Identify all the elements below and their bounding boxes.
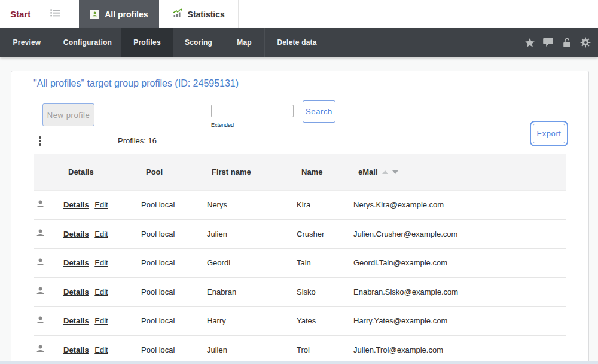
- name-cell: Kira: [294, 200, 350, 209]
- edit-link[interactable]: Edit: [94, 258, 108, 267]
- name-cell: Crusher: [294, 230, 350, 238]
- nav-spacer: [329, 28, 524, 57]
- first-name-cell: Enabran: [204, 287, 294, 296]
- edit-link[interactable]: Edit: [94, 230, 108, 238]
- first-name-cell: Julien: [204, 230, 294, 238]
- email-cell: Julien.Crusher@example.com: [350, 230, 566, 238]
- details-link[interactable]: Details: [63, 316, 89, 325]
- nav-label: Scoring: [185, 38, 212, 47]
- table-row: Details Edit Pool local Nerys Kira Nerys…: [34, 191, 566, 220]
- details-link[interactable]: Details: [63, 287, 89, 296]
- nav-item-preview[interactable]: Preview: [0, 28, 54, 57]
- nav-item-profiles[interactable]: Profiles: [121, 28, 173, 57]
- first-name-cell: Nerys: [204, 200, 294, 209]
- row-avatar-cell: [34, 286, 60, 297]
- nav-label: Configuration: [63, 38, 112, 47]
- export-button[interactable]: Export: [533, 124, 565, 143]
- top-bar: Start All profiles: [0, 0, 598, 28]
- row-avatar-cell: [34, 316, 60, 326]
- statistics-chart-icon: [172, 8, 182, 20]
- nav-label: Map: [237, 38, 252, 47]
- first-name-cell: Julien: [204, 345, 294, 354]
- details-link[interactable]: Details: [63, 345, 89, 354]
- table-row: Details Edit Pool local Geordi Tain Geor…: [34, 249, 566, 278]
- nav-label: Profiles: [133, 38, 161, 47]
- table-row: Details Edit Pool local Harry Yates Harr…: [34, 307, 566, 336]
- header-email: eMail: [350, 167, 566, 176]
- details-link[interactable]: Details: [63, 230, 89, 238]
- row-actions-cell: Details Edit: [60, 230, 138, 238]
- more-options-menu[interactable]: [36, 134, 44, 148]
- profile-badge-icon: [90, 10, 99, 19]
- tab-label: Statistics: [188, 10, 225, 19]
- start-label: Start: [10, 9, 30, 19]
- nav-label: Preview: [13, 38, 41, 47]
- email-cell: Harry.Yates@example.com: [350, 316, 566, 325]
- row-avatar-cell: [34, 344, 60, 355]
- sort-ascending-icon[interactable]: [382, 170, 388, 174]
- details-link[interactable]: Details: [63, 200, 89, 209]
- pool-cell: Pool local: [138, 287, 204, 296]
- search-button[interactable]: Search: [303, 100, 335, 123]
- person-icon: [36, 317, 45, 326]
- edit-link[interactable]: Edit: [94, 287, 108, 296]
- new-profile-button[interactable]: New profile: [42, 103, 94, 126]
- row-actions-cell: Details Edit: [60, 258, 138, 267]
- nav-item-delete-data[interactable]: Delete data: [265, 28, 329, 57]
- pool-cell: Pool local: [138, 200, 204, 209]
- viewport-bottom-strip: [0, 361, 598, 364]
- header-details: Details: [60, 167, 138, 176]
- row-actions-cell: Details Edit: [60, 316, 138, 325]
- page-title: "All profiles" target group profiles (ID…: [33, 78, 239, 89]
- nav-item-map[interactable]: Map: [224, 28, 265, 57]
- header-pool: Pool: [138, 167, 204, 176]
- email-cell: Enabran.Sisko@example.com: [350, 287, 566, 296]
- person-icon: [36, 288, 45, 297]
- table-header-row: Details Pool First name Name eMail: [34, 154, 566, 191]
- list-menu-button[interactable]: [41, 0, 69, 28]
- pool-cell: Pool local: [138, 345, 204, 354]
- person-icon: [36, 230, 45, 239]
- email-cell: Geordi.Tain@example.com: [350, 258, 566, 267]
- details-link[interactable]: Details: [63, 258, 89, 267]
- row-avatar-cell: [34, 228, 60, 239]
- name-cell: Tain: [294, 258, 350, 267]
- gear-icon[interactable]: [580, 37, 591, 48]
- pool-cell: Pool local: [138, 258, 204, 267]
- content-area: "All profiles" target group profiles (ID…: [0, 57, 598, 364]
- first-name-cell: Geordi: [204, 258, 294, 267]
- tab-label: All profiles: [105, 10, 148, 19]
- table-row: Details Edit Pool local Julien Crusher J…: [34, 220, 566, 249]
- extended-search-link[interactable]: Extended: [211, 122, 234, 128]
- edit-link[interactable]: Edit: [94, 345, 108, 354]
- person-icon: [36, 201, 45, 210]
- header-name: Name: [294, 167, 350, 176]
- header-email-label: eMail: [358, 167, 378, 176]
- row-actions-cell: Details Edit: [60, 345, 138, 354]
- table-row: Details Edit Pool local Enabran Sisko En…: [34, 278, 566, 307]
- profiles-table: Details Pool First name Name eMail: [34, 154, 566, 364]
- search-input[interactable]: [211, 105, 294, 117]
- name-cell: Troi: [294, 345, 350, 354]
- sort-descending-icon[interactable]: [392, 170, 398, 174]
- email-cell: Julien.Troi@example.com: [350, 345, 566, 354]
- comment-icon[interactable]: [543, 37, 554, 48]
- star-icon[interactable]: [524, 37, 535, 48]
- nav-icon-group: [524, 28, 598, 57]
- person-icon: [36, 259, 45, 268]
- name-cell: Yates: [294, 316, 350, 325]
- email-cell: Nerys.Kira@example.com: [350, 200, 566, 209]
- nav-item-configuration[interactable]: Configuration: [54, 28, 121, 57]
- tab-statistics[interactable]: Statistics: [159, 0, 239, 28]
- header-first-name: First name: [204, 167, 294, 176]
- edit-link[interactable]: Edit: [94, 316, 108, 325]
- person-icon: [36, 346, 45, 355]
- edit-link[interactable]: Edit: [94, 200, 108, 209]
- start-link[interactable]: Start: [0, 0, 41, 28]
- nav-item-scoring[interactable]: Scoring: [173, 28, 224, 57]
- tab-all-profiles[interactable]: All profiles: [79, 0, 158, 28]
- profiles-panel: "All profiles" target group profiles (ID…: [11, 71, 589, 364]
- pool-cell: Pool local: [138, 316, 204, 325]
- unlock-icon[interactable]: [562, 37, 572, 48]
- pool-cell: Pool local: [138, 230, 204, 238]
